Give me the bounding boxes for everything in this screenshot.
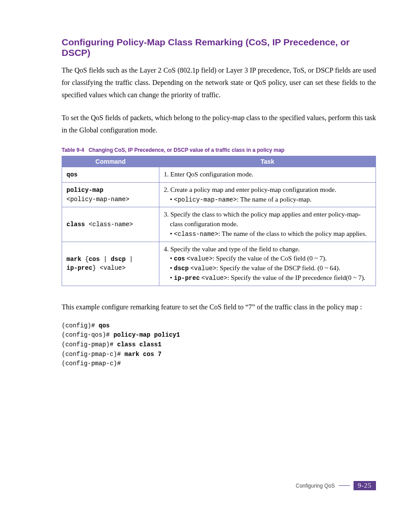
example-text-part-2: in the policy map	[309, 303, 358, 311]
example-text-part-1: This example configure remarking feature…	[62, 303, 307, 311]
cli-block: (config)# qos (config-qos)# policy-map p…	[62, 321, 376, 369]
task-cell: 4. Specify the value and type of the fie…	[159, 242, 376, 286]
task-cell: 2. Create a policy map and enter policy-…	[159, 182, 376, 207]
document-page: Configuring Policy-Map Class Remarking (…	[0, 0, 420, 514]
section-heading: Configuring Policy-Map Class Remarking (…	[62, 37, 376, 58]
table-caption: Table 9-4 Changing CoS, IP Precedence, o…	[62, 147, 376, 153]
command-table: Command Task qos1. Enter QoS configurati…	[62, 156, 376, 286]
intro-paragraph-1: The QoS fields such as the Layer 2 CoS (…	[62, 64, 376, 101]
table-row: qos1. Enter QoS configuration mode.	[62, 167, 376, 183]
example-paragraph: This example configure remarking feature…	[62, 301, 376, 313]
footer-page-number: 9-25	[354, 481, 376, 490]
task-cell: 3. Specify the class to which the policy…	[159, 207, 376, 242]
table-row: class <class-name>3. Specify the class t…	[62, 207, 376, 242]
table-caption-number: Table 9-4	[62, 147, 84, 153]
table-header-row: Command Task	[62, 156, 376, 167]
intro-paragraph-2: To set the QoS fields of packets, which …	[62, 112, 376, 136]
page-footer: Configuring QoS 9-25	[296, 481, 376, 490]
command-cell: policy-map<policy-map-name>	[62, 182, 159, 207]
command-cell: qos	[62, 167, 159, 183]
command-cell: mark {cos | dscp |ip-prec} <value>	[62, 242, 159, 286]
table-header-command: Command	[62, 156, 159, 167]
task-cell: 1. Enter QoS configuration mode.	[159, 167, 376, 183]
table-caption-text: Changing CoS, IP Precedence, or DSCP val…	[88, 147, 284, 153]
command-cell: class <class-name>	[62, 207, 159, 242]
footer-section-label: Configuring QoS	[296, 483, 335, 489]
table-header-task: Task	[159, 156, 376, 167]
table-row: policy-map<policy-map-name>2. Create a p…	[62, 182, 376, 207]
table-row: mark {cos | dscp |ip-prec} <value>4. Spe…	[62, 242, 376, 286]
footer-rule	[339, 485, 350, 486]
example-colon: :	[360, 303, 362, 311]
